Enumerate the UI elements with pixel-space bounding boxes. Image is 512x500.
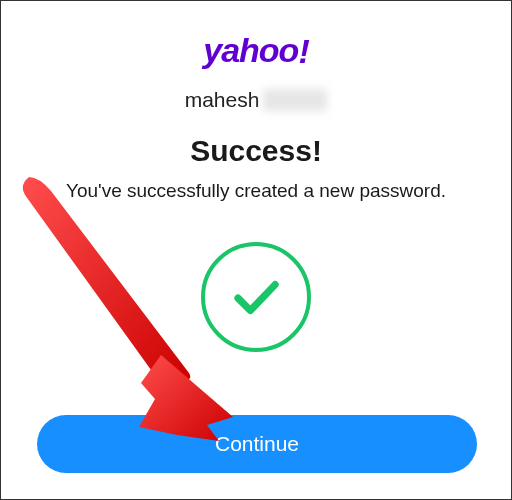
logo-bang: ! (298, 32, 308, 71)
success-indicator (201, 242, 311, 352)
yahoo-logo: yahoo! (203, 31, 308, 70)
username-text: mahesh (185, 88, 260, 112)
checkmark-icon (229, 270, 283, 324)
page-subtext: You've successfully created a new passwo… (66, 180, 446, 202)
page-title: Success! (190, 134, 322, 168)
username-display: mahesh (185, 88, 328, 112)
username-redacted (263, 89, 327, 111)
continue-button[interactable]: Continue (37, 415, 477, 473)
logo-text: yahoo (203, 31, 298, 69)
